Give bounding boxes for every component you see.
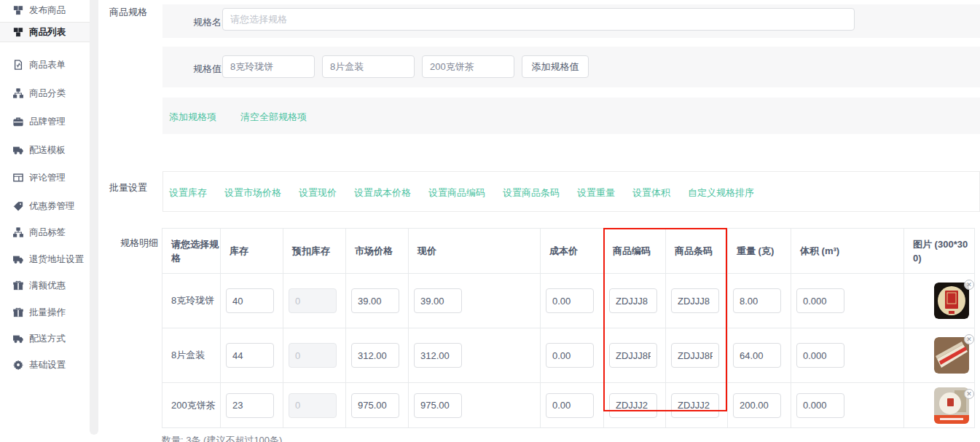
- sidebar-item-full-discount[interactable]: 满额优惠: [0, 275, 90, 296]
- sidebar-item-product-form[interactable]: 商品表单: [0, 55, 90, 75]
- gear-icon: [13, 360, 23, 370]
- col-header-spec: 请您选择规格: [162, 229, 221, 274]
- market-price-input[interactable]: [351, 288, 399, 313]
- code-input[interactable]: [609, 393, 657, 418]
- sidebar-item-batch-operations[interactable]: 批量操作: [0, 302, 90, 323]
- weight-input[interactable]: [733, 393, 781, 418]
- volume-input[interactable]: [796, 288, 844, 313]
- weight-input[interactable]: [733, 288, 781, 313]
- col-header-volume: 体积 (m³): [791, 229, 904, 274]
- sidebar-item-comment-management[interactable]: 评论管理: [0, 167, 90, 188]
- row-spec-label: 8克玲珑饼: [162, 274, 221, 328]
- sidebar-item-label: 发布商品: [29, 4, 66, 17]
- spec-section-label: 商品规格: [109, 6, 147, 19]
- col-header-cost: 成本价: [541, 229, 604, 274]
- file-icon: [13, 60, 23, 70]
- sidebar-item-product-list[interactable]: 商品列表: [0, 22, 90, 42]
- sidebar-item-delivery-method[interactable]: 配送方式: [0, 328, 90, 349]
- set-stock-link[interactable]: 设置库存: [169, 186, 207, 200]
- spec-value-input-3[interactable]: [422, 55, 514, 78]
- sidebar-item-label: 优惠券管理: [29, 200, 75, 213]
- sidebar-item-publish-product[interactable]: 发布商品: [0, 0, 90, 20]
- stock-input[interactable]: [226, 288, 274, 313]
- batch-section-label: 批量设置: [109, 181, 147, 194]
- set-market-price-link[interactable]: 设置市场价格: [224, 186, 281, 200]
- sidebar-item-label: 配送方式: [29, 333, 66, 345]
- set-current-price-link[interactable]: 设置现价: [299, 186, 337, 200]
- cubes-icon: [13, 27, 23, 37]
- set-cost-price-link[interactable]: 设置成本价格: [354, 186, 411, 200]
- product-image-gift-box[interactable]: [934, 337, 969, 374]
- stock-input[interactable]: [226, 393, 274, 418]
- volume-input[interactable]: [796, 393, 844, 418]
- sidebar-item-coupon-management[interactable]: 优惠券管理: [0, 196, 90, 216]
- product-image-tea-cake-black[interactable]: [934, 283, 969, 319]
- cost-input[interactable]: [546, 288, 594, 313]
- set-volume-link[interactable]: 设置体积: [632, 186, 670, 200]
- sidebar-item-product-category[interactable]: 商品分类: [0, 83, 90, 103]
- price-input[interactable]: [414, 393, 462, 418]
- remove-image-icon[interactable]: ✕: [964, 280, 974, 290]
- sidebar-item-label: 批量操作: [29, 307, 66, 319]
- sidebar-item-product-tags[interactable]: 商品标签: [0, 222, 90, 242]
- gift-icon: [13, 307, 23, 317]
- row-spec-label: 200克饼茶: [162, 383, 221, 428]
- row-spec-label: 8片盒装: [162, 328, 221, 383]
- cost-input[interactable]: [546, 343, 594, 368]
- truck-icon: [13, 334, 23, 344]
- col-header-stock: 库存: [221, 229, 283, 274]
- remove-image-icon[interactable]: ✕: [964, 389, 974, 399]
- add-spec-item-link[interactable]: 添加规格项: [169, 111, 216, 124]
- sidebar-item-delivery-template[interactable]: 配送模板: [0, 140, 90, 160]
- withhold-input: [289, 288, 337, 313]
- table-row: 8片盒装: [162, 328, 975, 383]
- market-price-input[interactable]: [351, 343, 399, 368]
- price-input[interactable]: [414, 288, 462, 313]
- set-weight-link[interactable]: 设置重量: [577, 186, 615, 200]
- table-row: 200克饼茶: [162, 383, 975, 428]
- tag-icon: [13, 201, 23, 211]
- sidebar-scrollbar[interactable]: [90, 0, 98, 435]
- sidebar: 发布商品 商品列表 商品表单 商品分类 品牌管理 配送模板 评论管理 优惠券管理…: [0, 0, 90, 442]
- barcode-input[interactable]: [671, 343, 719, 368]
- col-header-image: 图片 (300*300): [904, 229, 975, 274]
- cost-input[interactable]: [546, 393, 594, 418]
- sidebar-item-label: 商品表单: [29, 59, 66, 71]
- weight-input[interactable]: [733, 343, 781, 368]
- spec-value-label: 规格值:: [193, 63, 224, 76]
- sidebar-item-brand-management[interactable]: 品牌管理: [0, 111, 90, 132]
- price-input[interactable]: [414, 343, 462, 368]
- remove-image-icon[interactable]: ✕: [964, 334, 974, 344]
- sitemap-icon: [13, 88, 23, 98]
- briefcase-icon: [13, 117, 23, 127]
- barcode-input[interactable]: [671, 393, 719, 418]
- volume-input[interactable]: [796, 343, 844, 368]
- sidebar-item-basic-settings[interactable]: 基础设置: [0, 355, 90, 375]
- code-input[interactable]: [609, 288, 657, 313]
- market-price-input[interactable]: [351, 393, 399, 418]
- clear-all-spec-items-link[interactable]: 清空全部规格项: [240, 111, 307, 124]
- set-barcode-link[interactable]: 设置商品条码: [503, 186, 560, 200]
- table-header-row: 请您选择规格 库存 预扣库存 市场价格 现价 成本价 商品编码 商品条码 重量 …: [162, 229, 975, 274]
- stock-input[interactable]: [226, 343, 274, 368]
- code-input[interactable]: [609, 343, 657, 368]
- product-spec-page: 发布商品 商品列表 商品表单 商品分类 品牌管理 配送模板 评论管理 优惠券管理…: [0, 0, 980, 442]
- row-count-note: 数量: 3条 (建议不超过100条): [162, 434, 282, 442]
- col-header-code: 商品编码: [604, 229, 666, 274]
- withhold-input: [289, 343, 337, 368]
- withhold-input: [289, 393, 337, 418]
- col-header-market-price: 市场价格: [346, 229, 409, 274]
- table-row: 8克玲珑饼: [162, 274, 975, 328]
- col-header-withhold: 预扣库存: [283, 229, 346, 274]
- set-product-code-link[interactable]: 设置商品编码: [428, 186, 485, 200]
- window-icon: [13, 173, 23, 183]
- sidebar-item-return-address[interactable]: 退货地址设置: [0, 249, 90, 269]
- spec-detail-table: 请您选择规格 库存 预扣库存 市场价格 现价 成本价 商品编码 商品条码 重量 …: [162, 228, 975, 428]
- barcode-input[interactable]: [671, 288, 719, 313]
- spec-detail-table-wrap: 请您选择规格 库存 预扣库存 市场价格 现价 成本价 商品编码 商品条码 重量 …: [162, 228, 980, 430]
- spec-name-input[interactable]: [222, 8, 855, 31]
- spec-value-input-1[interactable]: [222, 55, 315, 78]
- spec-value-input-2[interactable]: [322, 55, 415, 78]
- custom-spec-sort-link[interactable]: 自定义规格排序: [688, 186, 754, 200]
- add-spec-value-button[interactable]: 添加规格值: [522, 55, 589, 78]
